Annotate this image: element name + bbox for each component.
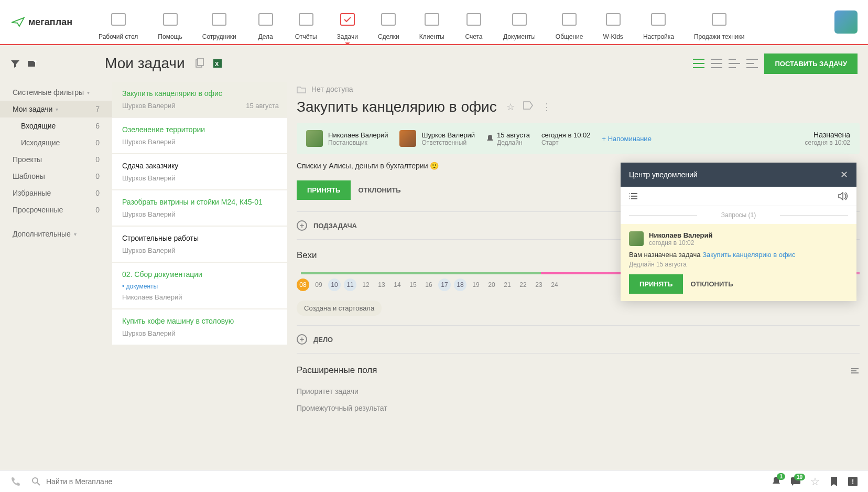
add-folder-icon[interactable]: + [27,59,37,68]
timeline-day[interactable]: 15 [407,279,419,291]
sound-icon[interactable] [838,192,848,200]
task-info-bar: Николаев ВалерийПостановщик Шурков Валер… [297,123,860,154]
alert-icon[interactable]: ! [848,477,858,486]
copy-icon[interactable] [194,58,205,69]
responsible[interactable]: Шурков ВалерийОтветственный [399,130,475,147]
svg-rect-0 [112,14,125,25]
nav-icon [109,10,128,29]
view-list-icon[interactable] [711,59,722,68]
timeline-day[interactable]: 08 [297,279,309,291]
more-icon[interactable]: ⋮ [542,101,551,113]
task-link[interactable]: Закупить канцелярию в офис [702,251,795,259]
nav-icon [338,10,357,29]
timeline-day[interactable]: 17 [438,279,451,291]
nav-item-11[interactable]: W-Kids [603,10,623,40]
sidebar-item[interactable]: Шаблоны0 [0,168,112,185]
tag-icon[interactable] [523,101,534,110]
nav-item-4[interactable]: Отчёты [295,10,317,40]
timeline-day[interactable]: 12 [360,279,372,291]
notif-accept-button[interactable]: ПРИНЯТЬ [629,274,683,294]
add-reminder-link[interactable]: + Напоминание [602,135,651,143]
svg-rect-17 [198,58,203,66]
close-icon[interactable]: ✕ [840,169,848,180]
nav-item-0[interactable]: Рабочий стол [99,10,138,40]
task-list: Закупить канцелярию в офисШурков Валерий… [112,82,290,475]
nav-item-13[interactable]: Продажи техники [694,10,745,40]
timeline-day[interactable]: 19 [470,279,482,291]
timeline-day[interactable]: 10 [328,279,341,291]
sidebar-item[interactable]: Просроченные0 [0,201,112,218]
user-avatar[interactable] [834,10,858,34]
extended-fields-heading[interactable]: Расширенные поля [297,365,860,376]
timeline-day[interactable]: 20 [485,279,498,291]
start-time: сегодня в 10:02Старт [541,131,591,146]
task-card[interactable]: Закупить канцелярию в офисШурков Валерий… [112,82,287,117]
timeline-day[interactable]: 24 [548,279,561,291]
nav-item-8[interactable]: Счета [464,10,483,40]
create-task-button[interactable]: ПОСТАВИТЬ ЗАДАЧУ [764,54,858,74]
sidebar-item[interactable]: Мои задачи▾7 [0,101,112,117]
task-card[interactable]: 02. Сбор документациидокументыНиколаев В… [112,263,287,308]
timeline-day[interactable]: 16 [422,279,435,291]
timeline-day[interactable]: 21 [501,279,514,291]
task-assignee: Шурков Валерий [122,138,176,146]
task-card[interactable]: Купить кофе машину в столовуюШурков Вале… [112,309,287,345]
nav-item-7[interactable]: Клиенты [419,10,444,40]
notif-decline-button[interactable]: ОТКЛОНИТЬ [690,274,733,294]
star-icon[interactable]: ☆ [810,475,820,488]
timeline-day[interactable]: 11 [344,279,356,291]
nav-item-5[interactable]: Задачи [337,10,358,40]
nav-item-2[interactable]: Сотрудники [202,10,236,40]
chat-icon[interactable]: 10 [790,477,801,486]
sidebar-item[interactable]: Входящие6 [0,117,112,134]
sidebar-item[interactable]: Исходящие0 [0,134,112,151]
collapse-icon[interactable] [850,367,860,374]
sidebar-system-filters[interactable]: Системные фильтры▾ [0,84,112,101]
list-icon[interactable] [629,192,638,200]
timeline-day[interactable]: 22 [517,279,529,291]
timeline-day[interactable]: 14 [391,279,404,291]
nav-item-9[interactable]: Документы [503,10,536,40]
deadline[interactable]: 15 августаДедлайн [486,131,530,146]
timeline-day[interactable]: 13 [375,279,388,291]
task-card[interactable]: Строительные работыШурков Валерий [112,227,287,262]
nav-icon [560,10,579,29]
view-align-right-icon[interactable] [729,59,740,68]
timeline-day[interactable]: 18 [454,279,466,291]
add-activity-row[interactable]: + ДЕЛО [297,325,860,353]
decline-button[interactable]: ОТКЛОНИТЬ [358,180,400,200]
sidebar-item[interactable]: Избранные0 [0,185,112,201]
timeline-day[interactable]: 09 [312,279,325,291]
star-icon[interactable]: ☆ [506,101,515,113]
sidebar-item[interactable]: Проекты0 [0,151,112,168]
search-input[interactable] [46,477,545,486]
phone-icon[interactable] [10,476,21,487]
milestone-chip[interactable]: Создана и стартовала [297,301,382,316]
interim-result-field[interactable]: Промежуточный результат [297,400,860,416]
nav-item-12[interactable]: Настройка [643,10,674,40]
excel-export-icon[interactable]: X [212,58,223,69]
sidebar-additional[interactable]: Дополнительные▾ [0,226,112,242]
timeline-day[interactable]: 23 [533,279,545,291]
task-card[interactable]: Разобрать витрины и стойки М24, К45-01Шу… [112,190,287,226]
page-title: Мои задачи [105,55,185,72]
nav-item-3[interactable]: Дела [256,10,275,40]
view-align-left-icon[interactable] [746,59,758,68]
view-columns-icon[interactable] [693,59,704,68]
creator[interactable]: Николаев ВалерийПостановщик [306,130,388,147]
nav-label: Сотрудники [202,33,236,40]
notification-card[interactable]: Николаев Валерийсегодня в 10:02 Вам назн… [621,224,856,301]
priority-field[interactable]: Приоритет задачи [297,383,860,400]
accept-button[interactable]: ПРИНЯТЬ [297,180,351,200]
filter-icon[interactable] [10,59,20,68]
nav-item-6[interactable]: Сделки [378,10,399,40]
logo[interactable]: мегаплан [10,17,72,28]
svg-rect-9 [513,14,526,25]
task-card[interactable]: Озеленение территорииШурков Валерий [112,118,287,153]
global-search[interactable] [31,477,545,486]
task-card[interactable]: Сдача заказчикуШурков Валерий [112,154,287,189]
bookmark-icon[interactable] [829,476,839,487]
notifications-icon[interactable]: 1 [772,476,781,487]
nav-item-10[interactable]: Общение [556,10,583,40]
nav-item-1[interactable]: Помощь [158,10,182,40]
